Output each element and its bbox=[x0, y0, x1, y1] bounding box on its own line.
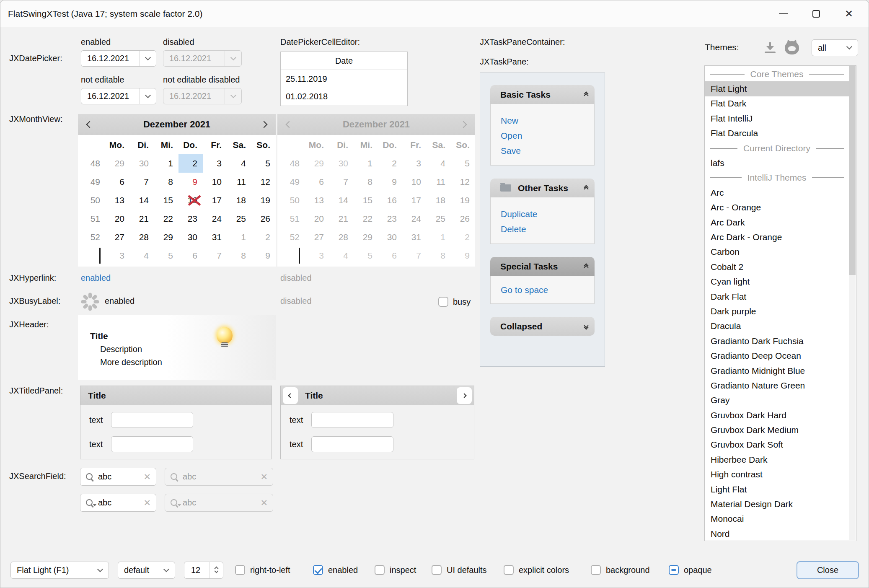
day-cell[interactable]: 25 bbox=[227, 210, 251, 228]
theme-list-item[interactable]: lafs bbox=[705, 155, 849, 170]
day-cell[interactable]: 2 bbox=[178, 154, 203, 173]
laf-combobox[interactable]: Flat Light (F1) bbox=[10, 562, 109, 579]
theme-list-item[interactable]: Cyan light bbox=[705, 274, 849, 289]
scrollbar[interactable] bbox=[849, 66, 856, 540]
expand-icon[interactable] bbox=[585, 324, 588, 329]
taskpane-link[interactable]: New bbox=[491, 113, 594, 128]
day-cell[interactable]: 16 bbox=[178, 191, 203, 210]
collapse-icon[interactable] bbox=[585, 92, 588, 97]
day-cell[interactable]: 1 bbox=[227, 228, 251, 246]
theme-list-item[interactable]: Gradianto Dark Fuchsia bbox=[705, 334, 849, 348]
search-dropdown-icon[interactable] bbox=[85, 499, 94, 507]
day-cell[interactable]: 9 bbox=[178, 173, 203, 191]
day-cell[interactable]: 11 bbox=[227, 173, 251, 191]
text-input[interactable] bbox=[311, 436, 393, 452]
day-cell[interactable]: 3 bbox=[203, 154, 227, 173]
day-cell[interactable]: 27 bbox=[106, 228, 130, 246]
datepicker-dropdown-button[interactable] bbox=[139, 88, 156, 104]
theme-list-item[interactable]: Flat IntelliJ bbox=[705, 111, 849, 126]
day-cell[interactable]: 7 bbox=[203, 246, 227, 265]
UI-defaults-checkbox[interactable] bbox=[432, 565, 442, 575]
right-to-left-checkbox[interactable] bbox=[235, 565, 245, 575]
searchfield-dropdown-enabled[interactable]: abc ✕ bbox=[80, 494, 156, 512]
datepicker-dropdown-button[interactable] bbox=[139, 51, 156, 66]
next-month-button[interactable] bbox=[252, 114, 276, 135]
day-cell[interactable]: 5 bbox=[251, 154, 276, 173]
taskpane-titlebar[interactable]: Special Tasks bbox=[490, 257, 595, 276]
theme-list-item[interactable]: Dark purple bbox=[705, 304, 849, 319]
day-cell[interactable]: 4 bbox=[130, 246, 154, 265]
maximize-button[interactable] bbox=[800, 0, 833, 27]
day-cell[interactable]: 8 bbox=[154, 173, 178, 191]
searchfield-enabled[interactable]: abc ✕ bbox=[80, 468, 156, 486]
theme-list-item[interactable]: Arc - Orange bbox=[705, 200, 849, 215]
clear-icon[interactable]: ✕ bbox=[143, 472, 151, 482]
theme-list-item[interactable]: High contrast bbox=[705, 467, 849, 482]
table-row[interactable]: 25.11.2019 bbox=[281, 70, 407, 88]
theme-list-item[interactable]: Gradianto Deep Ocean bbox=[705, 348, 849, 363]
theme-list-item[interactable]: Monocai bbox=[705, 512, 849, 526]
taskpane-link[interactable]: Go to space bbox=[491, 282, 594, 298]
titledpanel-next-button[interactable] bbox=[457, 387, 472, 404]
github-icon[interactable] bbox=[785, 40, 800, 54]
font-size-spinner[interactable]: 12 bbox=[184, 562, 223, 579]
taskpane-titlebar[interactable]: Other Tasks bbox=[490, 179, 595, 197]
scrollbar-thumb[interactable] bbox=[849, 66, 856, 275]
theme-list-item[interactable]: Flat Light bbox=[705, 81, 849, 96]
taskpane-link[interactable]: Open bbox=[491, 128, 594, 143]
monthview-enabled[interactable]: Dezember 2021Mo.Di.Mi.Do.Fr.Sa.So.482930… bbox=[78, 114, 276, 267]
themes-filter-combobox[interactable]: all bbox=[812, 39, 858, 56]
day-cell[interactable]: 22 bbox=[154, 210, 178, 228]
text-input[interactable] bbox=[111, 436, 193, 452]
day-cell[interactable]: 15 bbox=[154, 191, 178, 210]
download-icon[interactable] bbox=[764, 42, 776, 53]
inspect-checkbox[interactable] bbox=[375, 565, 385, 575]
day-cell[interactable]: 20 bbox=[106, 210, 130, 228]
theme-list-item[interactable]: Nord bbox=[705, 526, 849, 541]
theme-list-item[interactable]: Dark Flat bbox=[705, 289, 849, 304]
background-checkbox[interactable] bbox=[591, 565, 601, 575]
theme-list-item[interactable]: Arc Dark bbox=[705, 215, 849, 230]
theme-list-item[interactable]: Gruvbox Dark Medium bbox=[705, 422, 849, 437]
theme-list-item[interactable]: Arc Dark - Orange bbox=[705, 230, 849, 244]
theme-list-item[interactable]: Hiberbee Dark bbox=[705, 452, 849, 467]
opaque-checkbox[interactable] bbox=[669, 565, 679, 575]
day-cell[interactable]: 14 bbox=[130, 191, 154, 210]
text-input[interactable] bbox=[311, 412, 393, 428]
datepicker-not-editable[interactable]: 16.12.2021 bbox=[81, 88, 156, 104]
day-cell[interactable]: 1 bbox=[154, 154, 178, 173]
day-cell[interactable]: 30 bbox=[178, 228, 203, 246]
prev-month-button[interactable] bbox=[78, 114, 101, 135]
theme-list-item[interactable]: Gradianto Nature Green bbox=[705, 378, 849, 393]
table-column-header[interactable]: Date bbox=[281, 52, 407, 70]
day-cell[interactable]: 7 bbox=[130, 173, 154, 191]
day-cell[interactable]: 29 bbox=[106, 154, 130, 173]
text-input[interactable] bbox=[111, 412, 193, 428]
theme-list-item[interactable]: Dracula bbox=[705, 319, 849, 334]
theme-list-item[interactable]: Light Flat bbox=[705, 482, 849, 497]
taskpane-link[interactable]: Duplicate bbox=[491, 207, 594, 222]
day-cell[interactable]: 26 bbox=[251, 210, 276, 228]
busy-checkbox[interactable] bbox=[438, 297, 448, 307]
day-cell[interactable]: 13 bbox=[106, 191, 130, 210]
taskpane-titlebar[interactable]: Basic Tasks bbox=[490, 85, 595, 104]
titledpanel-prev-button[interactable] bbox=[283, 387, 298, 404]
explicit-colors-checkbox[interactable] bbox=[504, 565, 514, 575]
spinner-buttons[interactable] bbox=[209, 562, 223, 578]
clear-icon[interactable]: ✕ bbox=[143, 498, 151, 508]
enabled-checkbox[interactable] bbox=[313, 565, 323, 575]
day-cell[interactable]: 29 bbox=[154, 228, 178, 246]
theme-list-item[interactable]: Arc bbox=[705, 185, 849, 200]
day-cell[interactable]: 4 bbox=[227, 154, 251, 173]
theme-list-item[interactable]: Carbon bbox=[705, 245, 849, 259]
hyperlink-enabled[interactable]: enabled bbox=[81, 273, 111, 283]
day-cell[interactable]: 21 bbox=[130, 210, 154, 228]
day-cell[interactable]: 18 bbox=[227, 191, 251, 210]
day-cell[interactable]: 17 bbox=[203, 191, 227, 210]
close-window-button[interactable]: ✕ bbox=[833, 0, 865, 27]
collapse-icon[interactable] bbox=[585, 186, 588, 191]
taskpane-link[interactable]: Save bbox=[491, 143, 594, 158]
taskpane-titlebar[interactable]: Collapsed bbox=[490, 317, 595, 336]
day-cell[interactable]: 10 bbox=[203, 173, 227, 191]
day-cell[interactable]: 3 bbox=[106, 246, 130, 265]
